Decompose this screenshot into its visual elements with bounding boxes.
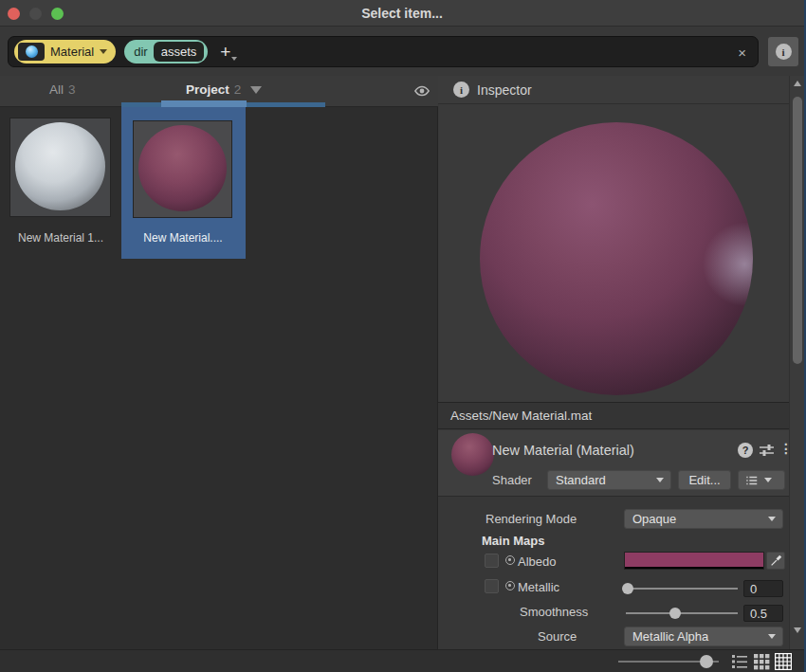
eye-icon [413, 84, 430, 98]
source-label: Source [538, 629, 577, 644]
shader-dropdown[interactable]: Standard [547, 470, 671, 490]
albedo-color-swatch[interactable] [624, 552, 764, 570]
tab-project-label: Project [186, 82, 229, 97]
metallic-slider[interactable] [626, 588, 738, 590]
material-type-icon [18, 43, 45, 61]
window-title: Select item... [0, 6, 804, 21]
tab-all-label: All [49, 82, 64, 97]
material-preview-sphere [480, 122, 753, 395]
inspector-scrollbar[interactable] [789, 76, 804, 649]
search-input[interactable]: Material dir assets + × [8, 36, 759, 67]
shader-value: Standard [556, 473, 606, 487]
object-picker-icon[interactable] [505, 555, 515, 565]
albedo-texture-slot[interactable] [485, 554, 499, 568]
asset-path-bar: Assets/New Material.mat [438, 402, 806, 429]
eyedropper-button[interactable] [766, 552, 785, 570]
material-properties-menu-button[interactable] [738, 470, 785, 490]
chevron-down-icon [231, 57, 237, 61]
scroll-up-arrow-icon[interactable] [794, 81, 801, 86]
metallic-value-field[interactable]: 0 [743, 580, 783, 597]
grid-item-label: New Material.... [122, 231, 244, 245]
dir-chip-prefix: dir [134, 45, 147, 59]
scroll-down-arrow-icon[interactable] [794, 627, 801, 633]
metallic-slider-knob[interactable] [622, 583, 633, 594]
chevron-down-icon [100, 49, 107, 54]
dir-chip-value: assets [154, 42, 205, 62]
inspector-title: Inspector [477, 82, 532, 98]
clear-search-button[interactable]: × [738, 45, 746, 61]
material-properties: Rendering Mode Opaque Main Maps Albedo M… [438, 496, 789, 649]
filter-chip-material[interactable]: Material [14, 40, 116, 64]
object-picker-icon[interactable] [505, 581, 515, 590]
main-maps-heading: Main Maps [482, 534, 544, 548]
chevron-down-icon [764, 478, 772, 482]
chevron-down-icon [250, 86, 262, 94]
help-icon[interactable]: ? [738, 443, 753, 458]
material-sphere-thumbnail [138, 125, 227, 211]
rendering-mode-label: Rendering Mode [485, 512, 577, 526]
add-filter-button[interactable]: + [220, 43, 230, 61]
presets-icon[interactable] [759, 443, 775, 458]
material-sphere-thumbnail [15, 122, 105, 210]
tab-underline-highlight [161, 100, 247, 107]
tab-project-count: 2 [234, 82, 242, 97]
chevron-down-icon [656, 478, 664, 482]
shader-label: Shader [492, 473, 532, 487]
smoothness-slider[interactable] [626, 612, 738, 614]
preview-visibility-button[interactable] [413, 84, 430, 98]
asset-grid: New Material 1... New Material.... [0, 107, 438, 649]
search-row: Material dir assets + × i [0, 27, 804, 76]
list-view-icon[interactable] [731, 653, 748, 670]
tab-project[interactable]: Project2 [186, 82, 262, 97]
grid-view-icon[interactable] [753, 653, 770, 670]
material-icon [451, 433, 494, 476]
tab-all[interactable]: All3 [49, 82, 76, 97]
tab-bar: All3 Project2 [0, 76, 438, 107]
info-icon: i [776, 44, 792, 60]
material-preview-area [439, 104, 789, 402]
filter-chip-dir[interactable]: dir assets [124, 40, 208, 64]
material-header: New Material (Material) ? ⋮ Shader Stand… [438, 430, 789, 496]
toggle-inspector-button[interactable]: i [768, 37, 798, 66]
rendering-mode-dropdown[interactable]: Opaque [624, 509, 783, 529]
asset-path: Assets/New Material.mat [450, 409, 592, 423]
inspector-header: i Inspector [438, 76, 806, 104]
tab-all-count: 3 [68, 82, 76, 97]
info-icon: i [453, 82, 469, 98]
filter-chip-label: Material [50, 45, 94, 59]
eyedropper-icon [770, 554, 782, 567]
source-dropdown[interactable]: Metallic Alpha [624, 627, 783, 646]
grid-item-new-material-selected[interactable] [133, 120, 232, 218]
grid-item-new-material-1[interactable] [9, 118, 111, 217]
smoothness-value-field[interactable]: 0.5 [743, 605, 783, 622]
thumbnail-size-slider-knob[interactable] [700, 655, 713, 668]
grid-item-label: New Material 1... [0, 231, 121, 245]
smoothness-label: Smoothness [520, 605, 588, 619]
albedo-label: Albedo [518, 554, 556, 569]
bottom-bar [0, 649, 806, 672]
dense-grid-view-icon[interactable] [775, 653, 792, 670]
metallic-label: Metallic [518, 580, 559, 594]
chevron-down-icon [768, 517, 776, 521]
select-item-dialog: Select item... Material dir assets + × i [0, 0, 806, 672]
edit-shader-button[interactable]: Edit... [678, 470, 731, 490]
chevron-down-icon [768, 634, 776, 639]
material-title: New Material (Material) [492, 443, 634, 458]
metallic-texture-slot[interactable] [485, 579, 499, 593]
scrollbar-thumb[interactable] [793, 97, 802, 364]
title-bar: Select item... [0, 0, 804, 27]
smoothness-slider-knob[interactable] [669, 608, 681, 619]
list-lines-icon [745, 475, 759, 486]
